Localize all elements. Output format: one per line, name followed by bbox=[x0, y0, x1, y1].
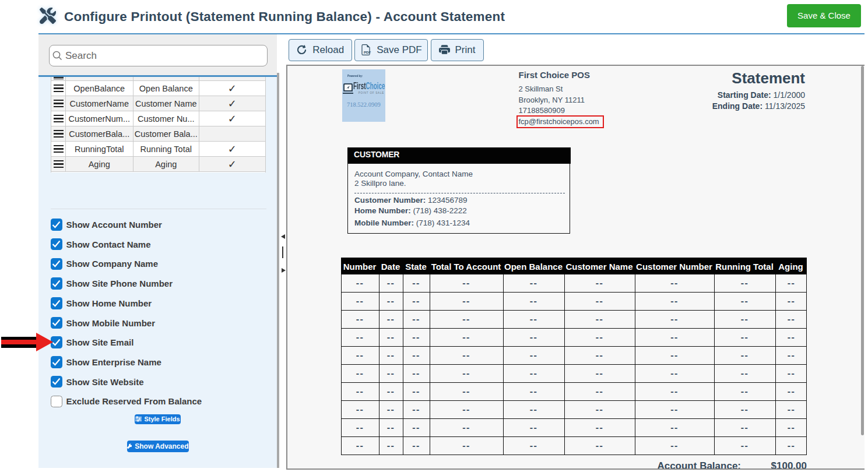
svg-text:PDF: PDF bbox=[364, 50, 371, 54]
